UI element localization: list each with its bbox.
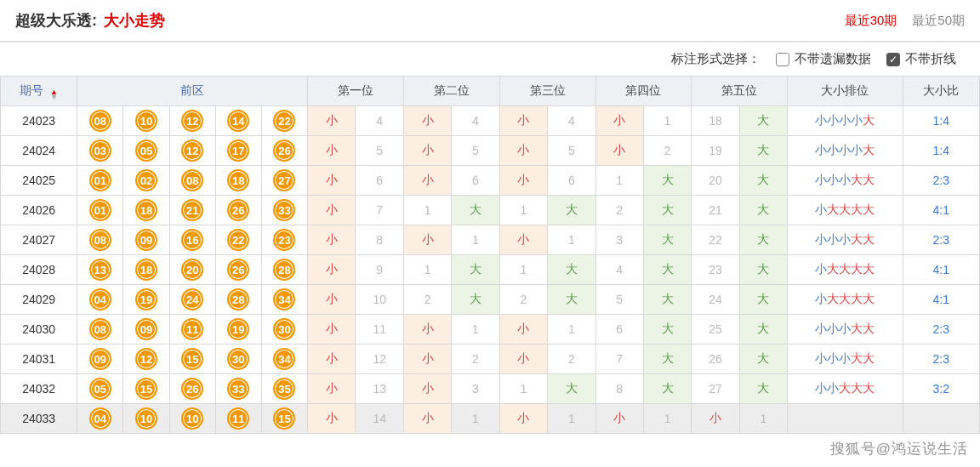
lottery-ball: 27 — [273, 169, 295, 191]
period-link-50[interactable]: 最近50期 — [912, 13, 965, 29]
cell-ratio: 1:4 — [903, 106, 979, 136]
cell-ball: 26 — [215, 255, 261, 285]
cell-ball: 14 — [215, 106, 261, 136]
cell-trend: 大 — [739, 374, 787, 404]
lottery-ball: 19 — [227, 318, 249, 340]
cell-ball: 15 — [169, 345, 215, 374]
cell-trend: 小 — [499, 225, 547, 255]
cell-trend: 2 — [643, 136, 691, 166]
cell-ball: 35 — [261, 374, 307, 404]
checkbox-no-line[interactable]: ✓ 不带折线 — [886, 51, 956, 67]
cell-trend: 1 — [452, 404, 499, 434]
lottery-ball: 01 — [89, 199, 111, 221]
cell-ball: 20 — [169, 255, 215, 285]
cell-trend: 小 — [595, 404, 643, 434]
cell-ball: 26 — [215, 196, 261, 225]
cell-qihao: 24023 — [1, 106, 77, 136]
lottery-ball: 30 — [227, 348, 249, 370]
period-link-30[interactable]: 最近30期 — [845, 13, 897, 29]
cell-trend: 大 — [452, 255, 499, 285]
col-pos2: 第二位 — [403, 77, 499, 106]
lottery-ball: 15 — [273, 407, 295, 430]
cell-ball: 09 — [123, 225, 169, 255]
cell-ball: 15 — [261, 404, 307, 434]
cell-trend: 4 — [452, 106, 499, 136]
cell-ball: 17 — [215, 136, 261, 166]
cell-trend: 1 — [548, 404, 595, 434]
table-row: 240310912153034小12小2小27大26大小小小大大2:3 — [1, 345, 980, 374]
cell-ball: 18 — [215, 166, 261, 196]
cell-ball: 23 — [261, 225, 307, 255]
cell-pattern: 小大大大大 — [788, 255, 903, 285]
cell-trend: 大 — [643, 315, 691, 345]
cell-trend: 小 — [403, 374, 451, 404]
lottery-name: 超级大乐透: — [15, 10, 97, 31]
cell-ball: 34 — [261, 285, 307, 315]
cell-trend: 小 — [308, 315, 356, 345]
cell-trend: 1 — [595, 166, 643, 196]
lottery-ball: 19 — [135, 288, 157, 310]
cell-ball: 22 — [261, 106, 307, 136]
lottery-ball: 17 — [227, 140, 249, 162]
cell-trend: 23 — [692, 255, 739, 285]
cell-ball: 09 — [123, 315, 169, 345]
table-row: 240240305121726小5小5小5小219大小小小小大1:4 — [1, 136, 980, 166]
cell-trend: 大 — [739, 225, 787, 255]
cell-trend: 13 — [356, 374, 403, 404]
cell-ball: 04 — [77, 285, 123, 315]
lottery-ball: 26 — [181, 378, 203, 400]
cell-pattern: 小小小大大 — [788, 345, 903, 374]
cell-trend: 27 — [692, 374, 739, 404]
cell-ratio: 4:1 — [903, 196, 979, 225]
cell-trend: 大 — [643, 374, 691, 404]
lottery-ball: 03 — [89, 140, 111, 162]
cell-trend: 1 — [452, 315, 499, 345]
cell-ratio: 4:1 — [903, 285, 979, 315]
cell-ball: 10 — [123, 106, 169, 136]
cell-ball: 27 — [261, 166, 307, 196]
cell-ball: 10 — [169, 404, 215, 434]
checkbox-no-miss[interactable]: 不带遗漏数据 — [776, 51, 871, 67]
cell-trend: 大 — [643, 345, 691, 374]
cell-trend: 小 — [403, 166, 451, 196]
cell-trend: 小 — [499, 106, 547, 136]
cell-pattern: 小大大大大 — [788, 196, 903, 225]
col-qihao[interactable]: 期号 ▲▼ — [1, 77, 77, 106]
cell-trend: 小 — [595, 106, 643, 136]
cell-ball: 12 — [169, 136, 215, 166]
cell-trend: 1 — [499, 374, 547, 404]
cell-trend: 小 — [499, 136, 547, 166]
cell-trend: 小 — [308, 136, 356, 166]
table-row: 240270809162223小8小1小13大22大小小小大大2:3 — [1, 225, 980, 255]
cell-pattern: 小小小大大 — [788, 315, 903, 345]
cell-ball: 15 — [123, 374, 169, 404]
cell-ball: 26 — [169, 374, 215, 404]
cell-trend: 小 — [308, 166, 356, 196]
cell-ball: 08 — [77, 106, 123, 136]
cell-trend: 4 — [356, 106, 403, 136]
lottery-ball: 24 — [181, 288, 203, 310]
cell-ball: 10 — [123, 404, 169, 434]
lottery-ball: 02 — [135, 169, 157, 191]
lottery-ball: 09 — [135, 229, 157, 251]
cell-ball: 24 — [169, 285, 215, 315]
cell-trend: 6 — [548, 166, 595, 196]
cell-trend: 22 — [692, 225, 739, 255]
cell-trend: 5 — [452, 136, 499, 166]
cell-ball: 09 — [77, 345, 123, 374]
cell-trend: 小 — [499, 166, 547, 196]
cell-trend: 2 — [452, 345, 499, 374]
cell-ratio: 3:2 — [903, 374, 979, 404]
cell-trend: 大 — [548, 255, 595, 285]
lottery-ball: 15 — [181, 348, 203, 370]
cell-ratio: 1:4 — [903, 136, 979, 166]
table-row: 240320515263335小13小31大8大27大小小大大大3:2 — [1, 374, 980, 404]
cell-trend: 4 — [548, 106, 595, 136]
table-row: 240260118212633小71大1大2大21大小大大大大4:1 — [1, 196, 980, 225]
lottery-ball: 26 — [227, 199, 249, 221]
cell-ball: 18 — [123, 255, 169, 285]
cell-trend: 小 — [308, 106, 356, 136]
lottery-ball: 04 — [89, 288, 111, 310]
cell-qihao: 24028 — [1, 255, 77, 285]
lottery-ball: 10 — [135, 110, 157, 132]
